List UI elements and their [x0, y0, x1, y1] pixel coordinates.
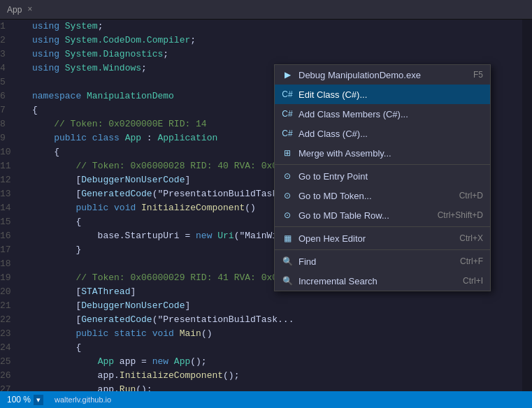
hex-editor-shortcut: Ctrl+X: [445, 233, 483, 243]
context-menu: ▶Debug ManipulationDemo.exeF5C#Edit Clas…: [274, 64, 491, 291]
line-number: 26: [0, 369, 24, 383]
goto-md-icon: ⊙: [280, 189, 294, 203]
menu-item-debug[interactable]: ▶Debug ManipulationDemo.exeF5: [275, 65, 490, 85]
debug-icon: ▶: [280, 68, 294, 82]
incremental-label: Incremental Search: [299, 276, 449, 286]
code-line: using System;: [32, 20, 522, 34]
menu-item-goto-entry[interactable]: ⊙Go to Entry Point: [275, 166, 490, 186]
find-icon: 🔍: [280, 254, 294, 268]
goto-md-table-icon: ⊙: [280, 208, 294, 222]
code-line: using System.Diagnostics;: [32, 48, 522, 61]
find-label: Find: [299, 256, 446, 267]
line-number: 1: [0, 20, 24, 34]
goto-md-shortcut: Ctrl+D: [445, 191, 483, 201]
line-number: 14: [0, 201, 24, 215]
line-number: 7: [0, 103, 24, 117]
line-number: 16: [0, 229, 24, 243]
add-class-members-label: Add Class Members (C#)...: [299, 109, 483, 119]
code-line: [GeneratedCode("PresentationBuildTask...: [32, 313, 522, 327]
debug-shortcut: F5: [459, 70, 483, 80]
line-number: 21: [0, 299, 24, 313]
hex-editor-icon: ▦: [280, 231, 294, 245]
hex-editor-label: Open Hex Editor: [299, 233, 445, 244]
line-number: 17: [0, 243, 24, 257]
code-line: {: [32, 341, 522, 355]
line-number: 9: [0, 131, 24, 145]
line-number: 20: [0, 285, 24, 299]
line-number: 12: [0, 173, 24, 187]
debug-label: Debug ManipulationDemo.exe: [299, 70, 459, 80]
line-number: 11: [0, 159, 24, 173]
code-line: app.InitializeComponent();: [32, 369, 522, 383]
menu-separator: [275, 164, 490, 165]
zoom-control[interactable]: 100 % ▾: [7, 395, 43, 405]
edit-class-icon: C#: [280, 87, 294, 101]
line-number: 13: [0, 187, 24, 201]
code-line: using System.CodeDom.Compiler;: [32, 34, 522, 48]
line-number: 3: [0, 48, 24, 61]
menu-item-find[interactable]: 🔍FindCtrl+F: [275, 252, 490, 271]
edit-class-label: Edit Class (C#)...: [299, 89, 483, 100]
menu-separator: [275, 226, 490, 227]
incremental-shortcut: Ctrl+I: [449, 276, 483, 286]
merge-icon: ⊞: [280, 146, 294, 160]
code-line: public static void Main(): [32, 327, 522, 341]
menu-item-add-class[interactable]: C#Add Class (C#)...: [275, 124, 490, 143]
goto-md-label: Go to MD Token...: [299, 191, 445, 201]
code-line: App app = new App();: [32, 355, 522, 369]
goto-md-table-label: Go to MD Table Row...: [299, 210, 424, 221]
line-number: 6: [0, 89, 24, 103]
merge-label: Merge with Assembly...: [299, 148, 483, 159]
menu-item-edit-class[interactable]: C#Edit Class (C#)...: [275, 85, 490, 104]
menu-item-incremental[interactable]: 🔍Incremental SearchCtrl+I: [275, 271, 490, 291]
add-class-members-icon: C#: [280, 107, 294, 121]
menu-separator: [275, 249, 490, 250]
title-text: App: [7, 5, 22, 15]
line-number: 4: [0, 61, 24, 75]
line-numbers: 1234567891011121314151617181920212223242…: [0, 20, 29, 391]
menu-item-merge[interactable]: ⊞Merge with Assembly...: [275, 143, 490, 163]
close-button[interactable]: ×: [27, 5, 32, 15]
menu-item-goto-md[interactable]: ⊙Go to MD Token...Ctrl+D: [275, 186, 490, 205]
status-url: walterlv.github.io: [55, 395, 111, 404]
line-number: 22: [0, 313, 24, 327]
line-number: 15: [0, 215, 24, 229]
line-number: 19: [0, 271, 24, 285]
add-class-icon: C#: [280, 126, 294, 140]
menu-item-hex-editor[interactable]: ▦Open Hex EditorCtrl+X: [275, 228, 490, 248]
line-number: 23: [0, 327, 24, 341]
goto-md-table-shortcut: Ctrl+Shift+D: [424, 210, 483, 220]
incremental-icon: 🔍: [280, 274, 294, 288]
goto-entry-label: Go to Entry Point: [299, 171, 483, 182]
line-number: 8: [0, 117, 24, 131]
line-number: 25: [0, 355, 24, 369]
zoom-dropdown-button[interactable]: ▾: [34, 395, 43, 405]
line-number: 5: [0, 75, 24, 89]
zoom-level: 100 %: [7, 395, 31, 405]
goto-entry-icon: ⊙: [280, 169, 294, 183]
line-number: 10: [0, 145, 24, 159]
line-number: 24: [0, 341, 24, 355]
add-class-label: Add Class (C#)...: [299, 129, 483, 139]
title-bar: App ×: [0, 0, 532, 20]
menu-item-goto-md-table[interactable]: ⊙Go to MD Table Row...Ctrl+Shift+D: [275, 205, 490, 225]
code-line: app.Run();: [32, 383, 522, 391]
scrollbar[interactable]: [522, 20, 532, 391]
line-number: 18: [0, 257, 24, 271]
menu-item-add-class-members[interactable]: C#Add Class Members (C#)...: [275, 104, 490, 124]
status-bar: 100 % ▾ walterlv.github.io: [0, 391, 532, 408]
line-number: 2: [0, 34, 24, 48]
code-line: [DebuggerNonUserCode]: [32, 299, 522, 313]
find-shortcut: Ctrl+F: [446, 256, 483, 266]
